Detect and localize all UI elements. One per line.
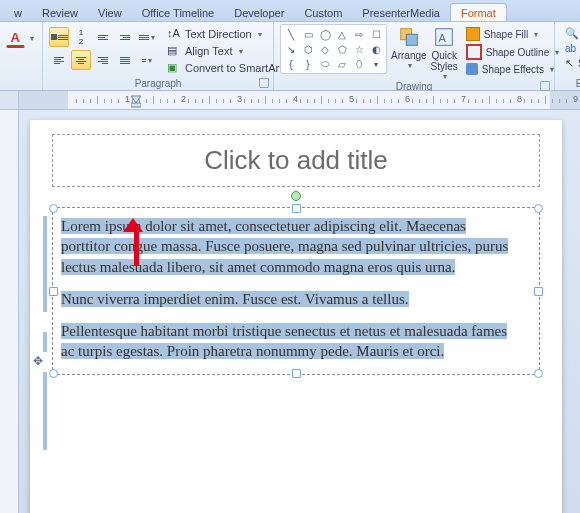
- decrease-indent-button[interactable]: [93, 27, 113, 47]
- align-left-button[interactable]: [49, 50, 69, 70]
- resize-handle-tl[interactable]: [49, 204, 58, 213]
- ruler-tick: 3: [237, 94, 242, 104]
- resize-handle-bm[interactable]: [292, 369, 301, 378]
- ruler-corner: [0, 91, 19, 109]
- select-button[interactable]: ↖Select: [561, 56, 580, 71]
- align-center-button[interactable]: [71, 50, 91, 70]
- resize-handle-tr[interactable]: [534, 204, 543, 213]
- tab-format[interactable]: Format: [450, 3, 507, 21]
- replace-button[interactable]: abReplace: [561, 42, 580, 55]
- resize-handle-br[interactable]: [534, 369, 543, 378]
- horizontal-ruler-row: 123456789: [0, 91, 580, 110]
- increase-indent-button[interactable]: [115, 27, 135, 47]
- bullets-button[interactable]: [49, 27, 69, 47]
- shape-outline-button[interactable]: Shape Outline: [462, 43, 563, 61]
- selection-bar: [43, 372, 47, 450]
- editing-group-label: Editing: [561, 78, 580, 90]
- line-spacing-button[interactable]: [137, 27, 157, 47]
- font-color-button[interactable]: A: [6, 29, 25, 48]
- svg-rect-1: [406, 34, 417, 45]
- ruler-tick: 9: [573, 94, 578, 104]
- ruler-tick: 7: [461, 94, 466, 104]
- ribbon-tabs: wReviewViewOffice TimelineDeveloperCusto…: [0, 0, 580, 22]
- tab-custom[interactable]: Custom: [294, 4, 352, 21]
- numbering-button[interactable]: 12: [71, 27, 91, 47]
- align-right-button[interactable]: [93, 50, 113, 70]
- ruler-tick: 5: [349, 94, 354, 104]
- rotation-handle[interactable]: [291, 191, 301, 201]
- resize-handle-ml[interactable]: [49, 287, 58, 296]
- selection-bar: [43, 216, 47, 312]
- editing-group: 🔍Find abReplace ↖Select Editing: [555, 22, 580, 90]
- horizontal-ruler[interactable]: 123456789: [19, 91, 580, 109]
- shapes-gallery[interactable]: ╲▭◯△⇨☐ ↘⬡◇⬠☆◐ {}⬭▱⬯▾: [280, 24, 387, 74]
- shape-effects-button[interactable]: Shape Effects: [462, 62, 563, 76]
- move-icon[interactable]: ✥: [33, 353, 43, 369]
- tab-office-timeline[interactable]: Office Timeline: [132, 4, 225, 21]
- quick-styles-button[interactable]: A Quick Styles: [431, 24, 458, 81]
- title-placeholder[interactable]: Click to add title: [52, 134, 540, 187]
- paragraph-2[interactable]: Nunc viverra imperdiet enim. Fusce est. …: [61, 289, 515, 309]
- drawing-group: ╲▭◯△⇨☐ ↘⬡◇⬠☆◐ {}⬭▱⬯▾ Arrange A Quick Sty…: [274, 22, 555, 90]
- font-group-fragment: A .: [0, 22, 43, 90]
- resize-handle-bl[interactable]: [49, 369, 58, 378]
- vertical-ruler[interactable]: [0, 110, 19, 513]
- slide[interactable]: Click to add title Lorem ipsum dolor sit…: [30, 120, 562, 513]
- ruler-tick: 6: [405, 94, 410, 104]
- selection-bar: [43, 332, 47, 352]
- slide-workspace: Click to add title Lorem ipsum dolor sit…: [0, 110, 580, 513]
- tab-review[interactable]: Review: [32, 4, 88, 21]
- annotation-arrow: [130, 218, 143, 266]
- ruler-tick: 8: [517, 94, 522, 104]
- svg-text:A: A: [439, 32, 447, 44]
- font-color-dropdown[interactable]: [27, 28, 36, 48]
- arrange-button[interactable]: Arrange: [391, 24, 427, 70]
- tab-developer[interactable]: Developer: [224, 4, 294, 21]
- ruler-tick: 1: [125, 94, 130, 104]
- columns-button[interactable]: [137, 50, 157, 70]
- tab-w[interactable]: w: [4, 4, 32, 21]
- svg-rect-5: [131, 103, 141, 107]
- paragraph-group-label: Paragraph: [49, 78, 267, 90]
- paragraph-3[interactable]: Pellentesque habitant morbi tristique se…: [61, 321, 515, 362]
- paragraph-group: 12 ↕AText Direction ▤Align Text ▣Convert…: [43, 22, 274, 90]
- ruler-tick: 2: [181, 94, 186, 104]
- tab-presentermedia[interactable]: PresenterMedia: [352, 4, 450, 21]
- tab-view[interactable]: View: [88, 4, 132, 21]
- find-button[interactable]: 🔍Find: [561, 26, 580, 41]
- content-placeholder[interactable]: Lorem ipsum dolor sit amet, consectetuer…: [52, 207, 540, 375]
- resize-handle-tm[interactable]: [292, 204, 301, 213]
- ribbon: A . 12: [0, 22, 580, 91]
- resize-handle-mr[interactable]: [534, 287, 543, 296]
- justify-button[interactable]: [115, 50, 135, 70]
- shape-fill-button[interactable]: Shape Fill: [462, 26, 563, 42]
- ruler-tick: 4: [293, 94, 298, 104]
